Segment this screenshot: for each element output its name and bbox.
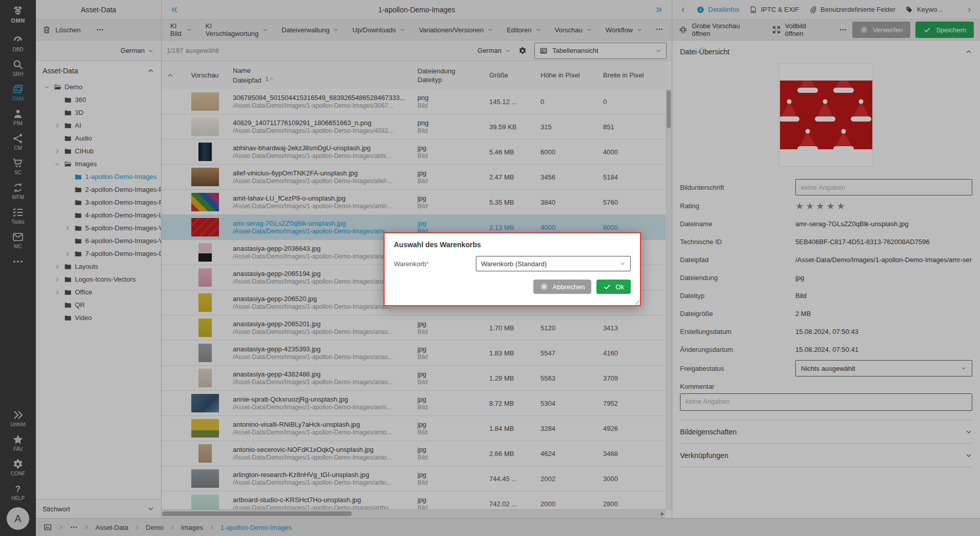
- column-header-height[interactable]: Höhe in Pixel: [538, 71, 601, 80]
- left-language-dropdown[interactable]: German: [36, 41, 161, 61]
- menu-workflow[interactable]: Workflow: [599, 19, 649, 40]
- table-row[interactable]: annie-spratt-QckxruozjRg-unsplash.jpg/As…: [162, 391, 666, 416]
- main-language-dropdown[interactable]: German: [477, 47, 511, 54]
- tab-keywo[interactable]: Keywo...: [905, 6, 943, 14]
- menu-variationen-versionen[interactable]: Variationen/Versionen: [412, 19, 500, 40]
- rail-item-sc[interactable]: SC: [11, 157, 25, 175]
- table-row[interactable]: antonio-secerovic-NOFdK1xOqkQ-unsplash.j…: [162, 441, 666, 466]
- rough-preview-button[interactable]: Grobe Vorschau öffnen: [678, 22, 756, 37]
- rail-item-wfm[interactable]: WFM: [11, 182, 25, 200]
- breadcrumb-item[interactable]: 1-apollon-Demo-Images: [221, 524, 292, 531]
- table-row[interactable]: amit-lahav-LU_fCezP9-o-unsplash.jpg/Asse…: [162, 190, 666, 215]
- tabs-scroll-left-icon[interactable]: [679, 6, 687, 13]
- tabs-scroll-right-icon[interactable]: [966, 6, 973, 13]
- tree-item-3d[interactable]: 3D: [40, 106, 161, 119]
- dialog-resize-handle[interactable]: [633, 298, 639, 305]
- cancel-button[interactable]: Abbrechen: [533, 280, 591, 294]
- menu-editoren[interactable]: Editoren: [500, 19, 548, 40]
- menu-up-downloads[interactable]: Up/Downloads: [346, 19, 412, 40]
- tree-item-audio[interactable]: Audio: [40, 132, 161, 145]
- chevron-right-icon[interactable]: [64, 225, 71, 231]
- table-row[interactable]: allef-vinicius-6ypOmTNK2FA-unsplash.jpg/…: [162, 165, 666, 190]
- chevron-up-icon[interactable]: [147, 67, 154, 74]
- tree-item-3-apollon-demo-images-ps[interactable]: 3-apollon-Demo-Images-PS: [40, 196, 161, 209]
- tree-item-7-apollon-demo-images-du[interactable]: 7-apollon-Demo-Images-Du: [40, 247, 161, 260]
- tree-item-images[interactable]: Images: [40, 157, 161, 170]
- tree-header[interactable]: Asset-Data: [36, 61, 161, 81]
- asset-thumbnail[interactable]: [198, 243, 212, 262]
- rail-item-tasks[interactable]: Tasks: [11, 206, 25, 225]
- menu-ki-bild[interactable]: KI Bild: [164, 19, 199, 40]
- table-row[interactable]: 40829_140711776109291_1806651663_n.png/A…: [162, 114, 666, 140]
- tree-item-cihub[interactable]: CIHub: [40, 145, 161, 157]
- asset-thumbnail[interactable]: [198, 444, 212, 463]
- trash-icon[interactable]: [42, 25, 51, 34]
- view-mode-select[interactable]: Tabellenansicht: [534, 43, 667, 59]
- tab-detailinfos[interactable]: Detailinfos: [696, 6, 739, 14]
- omn-logo[interactable]: OMN: [11, 5, 25, 24]
- rail-item-unfold[interactable]: Unfold: [11, 409, 26, 427]
- breadcrumb-item[interactable]: Demo: [146, 524, 164, 531]
- tree-item-ai[interactable]: AI: [40, 119, 161, 132]
- rail-item-pim[interactable]: PIM: [11, 108, 25, 126]
- tree-item-logos-icons-vectors[interactable]: Logos-Icons-Vectors: [40, 273, 161, 286]
- star-icon[interactable]: ★: [806, 202, 814, 211]
- delete-button[interactable]: Löschen: [55, 26, 81, 34]
- comment-textarea[interactable]: [680, 393, 972, 411]
- table-row[interactable]: 306785094_501504415316549_68392654865284…: [162, 89, 666, 114]
- breadcrumb-item[interactable]: Asset-Data: [95, 524, 128, 531]
- chevron-right-icon[interactable]: [53, 276, 61, 283]
- asset-thumbnail[interactable]: [198, 268, 212, 287]
- collapse-left-icon[interactable]: [170, 5, 179, 14]
- star-icon[interactable]: ★: [795, 202, 804, 211]
- vertical-scrollbar[interactable]: [666, 89, 672, 510]
- collapse-right-icon[interactable]: [654, 5, 664, 14]
- breadcrumb-ellipsis[interactable]: [70, 523, 78, 531]
- rail-item-help[interactable]: ?HELP: [11, 483, 26, 501]
- rail-item-cm[interactable]: CM: [11, 132, 25, 151]
- tree-item-5-apollon-demo-images-va[interactable]: 5-apollon-Demo-Images-Va: [40, 222, 161, 234]
- table-row[interactable]: anastasiya-gepp-4382488.jpg/Asset-Data/D…: [162, 366, 666, 391]
- tree-item-4-apollon-demo-images-lic[interactable]: 4-apollon-Demo-Images-Lic: [40, 209, 161, 222]
- menu-vorschau[interactable]: Vorschau: [548, 19, 599, 40]
- keyword-section-header[interactable]: Stichwort: [36, 499, 161, 518]
- vertical-scrollbar-thumb[interactable]: [667, 90, 671, 128]
- star-icon[interactable]: ★: [826, 202, 834, 211]
- asset-thumbnail[interactable]: [198, 369, 212, 387]
- column-header-changed[interactable]: Änd: [664, 71, 666, 80]
- column-header-preview[interactable]: Vorschau: [177, 71, 231, 80]
- star-icon[interactable]: ★: [816, 202, 824, 211]
- avatar[interactable]: A: [7, 507, 29, 530]
- chevron-right-icon[interactable]: [53, 148, 61, 154]
- chevron-right-icon[interactable]: [64, 251, 71, 257]
- asset-thumbnail[interactable]: [191, 117, 219, 136]
- save-button[interactable]: Speichern: [915, 22, 974, 38]
- preview-box[interactable]: [779, 63, 873, 167]
- column-header-name-path[interactable]: Name Dateipfad1: [231, 66, 415, 85]
- section-verkn-pfungen[interactable]: Verknüpfungen: [680, 443, 972, 467]
- tree-item-layouts[interactable]: Layouts: [40, 260, 161, 273]
- field-select[interactable]: Nichts ausgewählt: [795, 360, 972, 376]
- asset-thumbnail[interactable]: [198, 344, 212, 362]
- chevron-down-icon[interactable]: [43, 84, 51, 90]
- menu-dateiverwaltung[interactable]: Dateiverwaltung: [275, 19, 346, 40]
- asset-thumbnail[interactable]: [191, 494, 219, 510]
- chevron-right-icon[interactable]: [53, 264, 61, 270]
- table-row[interactable]: arlington-research-Kz8nHVg_tGI-unsplash.…: [162, 466, 666, 491]
- tree-item-2-apollon-demo-images-pa[interactable]: 2-apollon-Demo-Images-Pa: [40, 183, 161, 196]
- sort-indicator[interactable]: 1: [266, 75, 274, 84]
- horizontal-scrollbar[interactable]: [162, 509, 666, 518]
- rail-item-srh[interactable]: SRH: [11, 58, 25, 77]
- tab-iptc-exif[interactable]: IPTC & EXIF: [749, 6, 799, 14]
- table-row[interactable]: anastasiya-gepp-2065201.jpg/Asset-Data/D…: [162, 315, 666, 341]
- asset-thumbnail[interactable]: [191, 218, 219, 236]
- table-row[interactable]: antonino-visalli-RNiBLy7aHck-unsplash.jp…: [162, 416, 666, 441]
- tree-item-qr[interactable]: QR: [40, 299, 161, 311]
- asset-thumbnail[interactable]: [191, 168, 219, 186]
- rail-item-conf[interactable]: CONF: [11, 458, 26, 477]
- chevron-down-icon[interactable]: [53, 161, 61, 167]
- tab-benutzerdefinierte-felder[interactable]: Benutzerdefinierte Felder: [809, 6, 895, 14]
- column-header-size[interactable]: Größe: [487, 71, 538, 80]
- rail-item-dam[interactable]: DAM: [11, 83, 25, 102]
- discard-button[interactable]: Verwerfen: [852, 22, 911, 38]
